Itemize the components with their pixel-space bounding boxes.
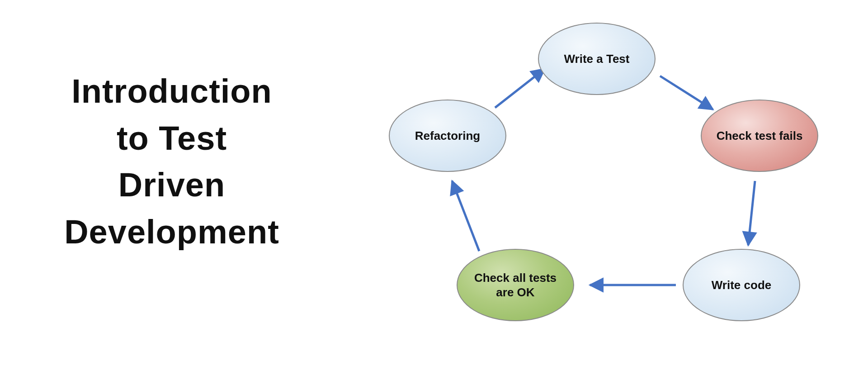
tdd-cycle-diagram: Write a Test Check test fails Write code… bbox=[344, 14, 850, 357]
title-line-2: to Test bbox=[32, 115, 312, 162]
node-write-code: Write code bbox=[683, 249, 800, 321]
node-label: Check test fails bbox=[717, 128, 803, 143]
arrow-refactoring-to-write-test bbox=[495, 69, 545, 108]
title-line-4: Development bbox=[32, 209, 312, 256]
node-refactoring: Refactoring bbox=[389, 100, 506, 172]
arrow-check-ok-to-refactoring bbox=[452, 181, 479, 251]
arrow-check-fails-to-write-code bbox=[748, 181, 755, 245]
page-title: Introduction to Test Driven Development bbox=[32, 68, 312, 255]
node-label: Write code bbox=[712, 278, 771, 293]
title-line-3: Driven bbox=[32, 162, 312, 209]
node-check-all-tests-ok: Check all tests are OK bbox=[457, 249, 574, 321]
node-check-test-fails: Check test fails bbox=[701, 100, 818, 172]
node-label: Write a Test bbox=[564, 52, 630, 67]
node-label: Check all tests are OK bbox=[468, 271, 562, 300]
node-label: Refactoring bbox=[415, 128, 480, 143]
title-line-1: Introduction bbox=[32, 68, 312, 115]
node-write-a-test: Write a Test bbox=[538, 23, 656, 95]
arrow-write-test-to-check-fails bbox=[660, 76, 713, 109]
